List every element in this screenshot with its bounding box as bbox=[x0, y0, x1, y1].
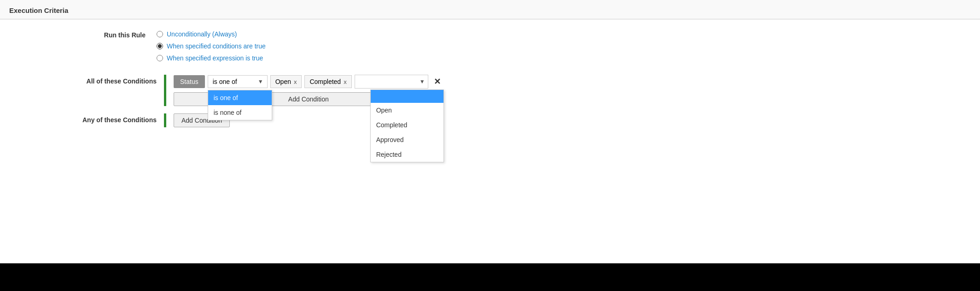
operator-option-is-one-of[interactable]: is one of bbox=[208, 90, 272, 105]
run-rule-label: Run this Rule bbox=[18, 30, 157, 39]
radio-group: Unconditionally (Always) When specified … bbox=[157, 30, 266, 62]
main-container: Execution Criteria Run this Rule Uncondi… bbox=[0, 0, 980, 291]
radio-label-unconditional: Unconditionally (Always) bbox=[167, 30, 237, 38]
tag-open-remove[interactable]: x bbox=[294, 78, 297, 85]
radio-conditions[interactable] bbox=[157, 43, 163, 49]
value-dropdown-menu: Open Completed Approved Rejected bbox=[370, 89, 444, 162]
radio-item-unconditional[interactable]: Unconditionally (Always) bbox=[157, 30, 266, 38]
value-dropdown-highlight bbox=[371, 90, 443, 103]
radio-label-expression: When specified expression is true bbox=[167, 54, 263, 62]
all-conditions-fields: Status is one of ▼ is one of is none of bbox=[174, 75, 443, 89]
all-conditions-label: All of these Conditions bbox=[18, 75, 157, 85]
operator-selected-value: is one of bbox=[213, 78, 237, 85]
radio-item-expression[interactable]: When specified expression is true bbox=[157, 54, 266, 62]
all-conditions-row: All of these Conditions Status is one of… bbox=[18, 75, 962, 106]
content-area: Run this Rule Unconditionally (Always) W… bbox=[0, 19, 980, 263]
run-rule-row: Run this Rule Unconditionally (Always) W… bbox=[18, 30, 962, 62]
section-header: Execution Criteria bbox=[0, 0, 980, 19]
tag-completed-remove[interactable]: x bbox=[344, 78, 347, 85]
value-dropdown-trigger[interactable]: ▼ bbox=[355, 75, 428, 89]
tag-completed: Completed x bbox=[304, 75, 351, 88]
radio-item-conditions[interactable]: When specified conditions are true bbox=[157, 42, 266, 50]
tag-open-label: Open bbox=[275, 78, 291, 85]
any-conditions-row: Any of these Conditions Add Condition bbox=[18, 113, 962, 127]
value-option-completed[interactable]: Completed bbox=[371, 118, 443, 132]
value-dropdown-arrow: ▼ bbox=[420, 78, 425, 85]
radio-unconditional[interactable] bbox=[157, 31, 163, 37]
all-conditions-content: Status is one of ▼ is one of is none of bbox=[174, 75, 443, 106]
bottom-black-bar bbox=[0, 263, 980, 291]
value-option-rejected[interactable]: Rejected bbox=[371, 147, 443, 162]
status-button[interactable]: Status bbox=[174, 75, 205, 88]
any-conditions-green-border bbox=[164, 113, 166, 127]
any-conditions-label: Any of these Conditions bbox=[18, 113, 157, 124]
section-title: Execution Criteria bbox=[9, 6, 68, 14]
tag-open: Open x bbox=[270, 75, 302, 88]
operator-dropdown-trigger[interactable]: is one of ▼ bbox=[208, 75, 268, 88]
operator-dropdown-menu: is one of is none of bbox=[208, 90, 272, 120]
all-conditions-green-border bbox=[164, 75, 166, 106]
operator-dropdown-arrow: ▼ bbox=[258, 78, 263, 85]
value-dropdown-wrapper: ▼ Open Completed Approved Rejected bbox=[355, 75, 428, 89]
value-option-open[interactable]: Open bbox=[371, 103, 443, 118]
operator-dropdown-wrapper: is one of ▼ is one of is none of bbox=[208, 75, 268, 88]
tag-completed-label: Completed bbox=[309, 78, 341, 85]
radio-label-conditions: When specified conditions are true bbox=[167, 42, 266, 50]
radio-expression[interactable] bbox=[157, 55, 163, 61]
operator-option-is-none-of[interactable]: is none of bbox=[208, 105, 272, 120]
value-option-approved[interactable]: Approved bbox=[371, 132, 443, 147]
condition-remove-button[interactable]: ✕ bbox=[431, 77, 443, 87]
